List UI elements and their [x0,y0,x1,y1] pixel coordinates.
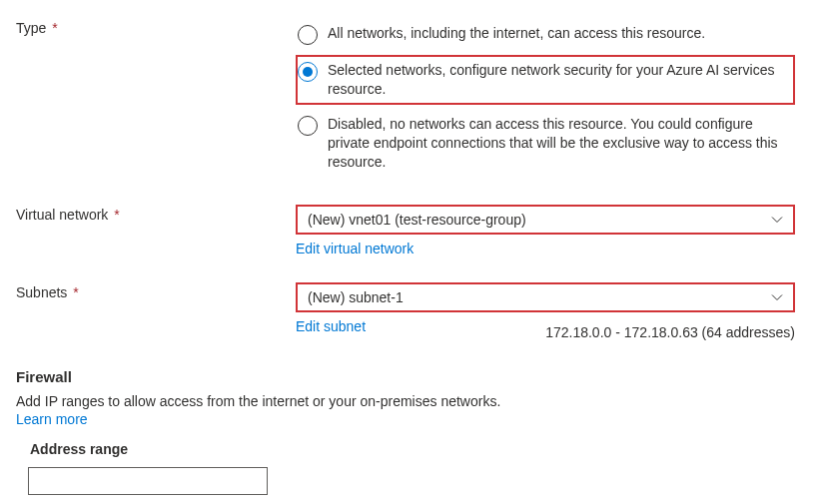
type-radio-selected-label: Selected networks, configure network sec… [328,61,789,99]
virtual-network-label-text: Virtual network [16,207,108,223]
learn-more-link[interactable]: Learn more [16,411,803,427]
subnets-label: Subnets * [16,282,296,340]
type-radio-disabled[interactable]: Disabled, no networks can access this re… [296,109,795,178]
subnets-select[interactable]: (New) subnet-1 [296,282,795,312]
required-asterisk: * [52,20,57,36]
type-radio-all-label: All networks, including the internet, ca… [328,24,705,45]
type-label: Type * [16,18,296,181]
edit-subnet-link[interactable]: Edit subnet [296,318,366,340]
virtual-network-select[interactable]: (New) vnet01 (test-resource-group) [296,205,795,235]
virtual-network-label: Virtual network * [16,205,296,256]
virtual-network-value: (New) vnet01 (test-resource-group) [308,212,526,228]
firewall-heading: Firewall [16,368,803,385]
subnets-value: (New) subnet-1 [308,289,404,305]
firewall-description: Add IP ranges to allow access from the i… [16,393,803,409]
radio-icon-checked [298,62,318,82]
subnets-label-text: Subnets [16,284,67,300]
required-asterisk: * [73,284,78,300]
address-range-input[interactable] [28,467,268,495]
required-asterisk: * [114,207,119,223]
chevron-down-icon [771,291,783,303]
type-radio-disabled-label: Disabled, no networks can access this re… [328,115,789,172]
type-radio-all[interactable]: All networks, including the internet, ca… [296,18,795,51]
type-radio-selected[interactable]: Selected networks, configure network sec… [296,55,795,105]
radio-icon [298,25,318,45]
chevron-down-icon [771,214,783,226]
subnet-ip-info: 172.18.0.0 - 172.18.0.63 (64 addresses) [545,324,795,340]
radio-icon [298,116,318,136]
type-label-text: Type [16,20,46,36]
edit-virtual-network-link[interactable]: Edit virtual network [296,241,413,256]
address-range-label: Address range [30,441,803,457]
